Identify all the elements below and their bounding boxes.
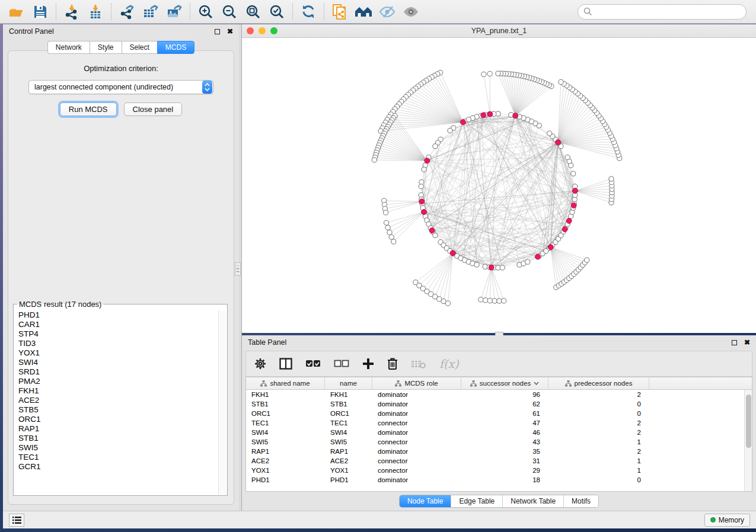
cell[interactable]: SWI5 <box>325 438 372 446</box>
graph-leaf-node[interactable] <box>383 210 388 215</box>
graph-edge[interactable] <box>484 74 490 114</box>
tab-node-table[interactable]: Node Table <box>400 495 452 507</box>
graph-leaf-node[interactable] <box>389 235 394 239</box>
table-row[interactable]: ACE2ACE2connector311 <box>246 456 752 466</box>
search-field[interactable] <box>578 4 747 20</box>
delete-table-icon[interactable] <box>411 358 426 369</box>
cell[interactable]: SWI5 <box>246 438 325 446</box>
graph-edge[interactable] <box>416 88 463 122</box>
graph-mcds-node[interactable] <box>562 227 567 232</box>
tab-motifs[interactable]: Motifs <box>564 495 598 507</box>
cell[interactable]: dominator <box>372 410 461 417</box>
cell[interactable]: 43 <box>461 438 548 446</box>
show-all-button[interactable] <box>399 2 423 22</box>
mcds-result-item[interactable]: STB5 <box>18 405 218 415</box>
tab-select[interactable]: Select <box>122 41 157 54</box>
graph-edge[interactable] <box>444 253 453 301</box>
graph-edge[interactable] <box>421 84 463 122</box>
graph-mcds-node[interactable] <box>556 140 561 145</box>
graph-leaf-node[interactable] <box>487 298 492 303</box>
cell[interactable]: SWI4 <box>246 429 325 436</box>
graph-leaf-node[interactable] <box>479 297 483 302</box>
graph-edge[interactable] <box>388 212 424 227</box>
graph-mcds-node[interactable] <box>481 113 486 118</box>
graph-mcds-node[interactable] <box>566 218 572 223</box>
cell[interactable]: 62 <box>461 400 548 408</box>
hide-selected-button[interactable] <box>375 2 399 22</box>
cell[interactable]: 96 <box>461 391 548 398</box>
graph-node[interactable] <box>525 259 530 264</box>
graph-edge[interactable] <box>558 118 601 142</box>
cell[interactable]: SWI4 <box>325 429 372 436</box>
graph-mcds-node[interactable] <box>425 158 430 164</box>
graph-mcds-node[interactable] <box>513 113 518 118</box>
mcds-result-item[interactable]: STP4 <box>18 329 218 339</box>
graph-edge[interactable] <box>558 130 608 142</box>
zoom-in-button[interactable] <box>194 2 218 22</box>
graph-edge[interactable] <box>515 78 532 116</box>
graph-edge[interactable] <box>492 268 504 301</box>
graph-mcds-node[interactable] <box>489 265 494 270</box>
cell[interactable]: PHD1 <box>325 476 372 483</box>
graph-mcds-node[interactable] <box>487 111 493 117</box>
cell[interactable]: STB1 <box>325 400 372 408</box>
graph-edge[interactable] <box>575 179 611 191</box>
close-panel-button[interactable]: Close panel <box>124 102 183 116</box>
table-row[interactable]: YOX1YOX1connector291 <box>246 466 752 475</box>
graph-leaf-node[interactable] <box>384 220 388 225</box>
cell[interactable]: 35 <box>461 448 548 455</box>
table-row[interactable]: FKH1FKH1dominator962 <box>246 390 752 399</box>
cell[interactable]: ORC1 <box>246 410 325 417</box>
task-history-button[interactable] <box>9 514 24 527</box>
mcds-result-list[interactable]: PHD1CAR1STP4TID3YOX1SWI4SRD1PMA2FKH1ACE2… <box>14 310 218 495</box>
graph-edge[interactable] <box>387 129 427 161</box>
cell[interactable]: 31 <box>461 457 548 464</box>
graph-leaf-node[interactable] <box>559 79 563 84</box>
cell[interactable]: TEC1 <box>246 419 325 427</box>
graph-mcds-node[interactable] <box>571 203 576 208</box>
table-row[interactable]: TEC1TEC1connector472 <box>246 418 752 428</box>
graph-edge[interactable] <box>481 268 492 300</box>
open-file-button[interactable] <box>5 2 28 22</box>
graph-edge[interactable] <box>395 116 427 161</box>
graph-mcds-node[interactable] <box>422 209 427 214</box>
import-table-button[interactable] <box>84 2 107 22</box>
cell[interactable]: FKH1 <box>246 391 325 398</box>
table-settings-icon[interactable] <box>254 358 266 370</box>
graph-edge[interactable] <box>575 191 611 203</box>
cell[interactable]: 46 <box>461 429 548 436</box>
cell[interactable]: 2 <box>548 391 649 398</box>
graph-edge[interactable] <box>382 138 427 161</box>
cell[interactable]: 2 <box>548 429 649 436</box>
table-scrollbar[interactable] <box>744 390 752 491</box>
cell[interactable]: 0 <box>548 400 649 408</box>
mcds-result-item[interactable]: ACE2 <box>18 396 218 405</box>
cell[interactable]: RAP1 <box>325 448 372 455</box>
graph-edge[interactable] <box>381 140 427 161</box>
cell[interactable]: YOX1 <box>325 467 372 474</box>
mcds-result-item[interactable]: SWI4 <box>18 358 218 367</box>
tab-style[interactable]: Style <box>90 41 122 54</box>
graph-node[interactable] <box>433 144 438 149</box>
clone-network-button[interactable] <box>328 2 352 22</box>
graph-leaf-node[interactable] <box>391 239 396 244</box>
run-mcds-button[interactable]: Run MCDS <box>60 102 117 116</box>
cell[interactable]: connector <box>372 467 461 474</box>
graph-edge[interactable] <box>515 81 539 116</box>
table-row[interactable]: STB1STB1dominator620 <box>246 399 752 409</box>
cell[interactable]: 0 <box>548 476 649 483</box>
graph-mcds-node[interactable] <box>573 188 578 194</box>
graph-node[interactable] <box>571 171 576 176</box>
graph-edge[interactable] <box>416 253 453 282</box>
mcds-result-item[interactable]: CAR1 <box>18 320 218 329</box>
cell[interactable]: 61 <box>461 410 548 417</box>
cell[interactable]: connector <box>372 438 461 446</box>
close-icon[interactable]: ✖ <box>227 29 233 34</box>
graph-edge[interactable] <box>385 201 422 209</box>
graph-node[interactable] <box>547 131 552 136</box>
cell[interactable]: 0 <box>548 410 649 417</box>
graph-leaf-node[interactable] <box>502 299 506 303</box>
cell[interactable]: TEC1 <box>325 419 372 427</box>
graph-leaf-node[interactable] <box>372 158 377 162</box>
mcds-result-item[interactable]: SRD1 <box>18 367 218 377</box>
